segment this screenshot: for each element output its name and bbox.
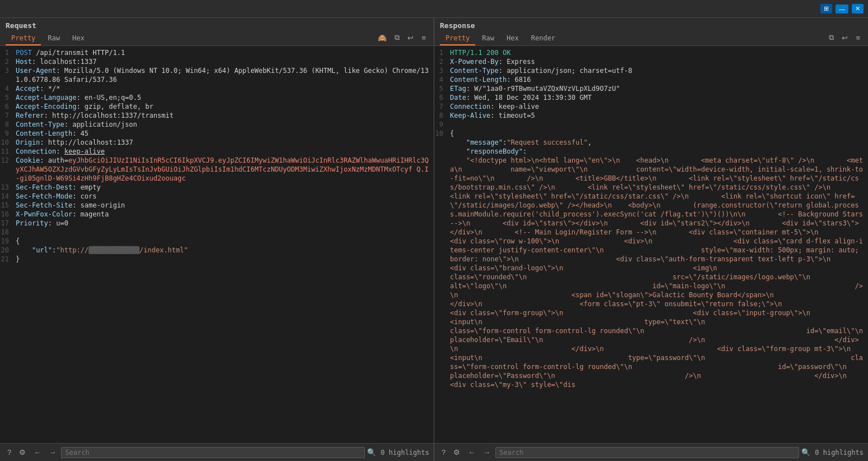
minimize-button[interactable]: — xyxy=(835,4,848,13)
request-line-3: 3 User-Agent: Mozilla/5.0 (Windows NT 10… xyxy=(0,66,434,84)
response-settings-icon[interactable]: ⚙ xyxy=(451,447,463,458)
request-line-19: 19 { xyxy=(0,237,434,246)
tab-response-hex[interactable]: Hex xyxy=(501,32,524,45)
response-more-icon[interactable]: ≡ xyxy=(853,33,862,43)
request-back-icon[interactable]: ← xyxy=(31,447,44,458)
response-tab-actions: ⧉ ↩ ≡ xyxy=(827,32,862,45)
main-panels: Request Pretty Raw Hex 🙈 ⧉ ↩ ≡ 1 POST /a… xyxy=(0,18,868,461)
request-search-input[interactable] xyxy=(61,447,365,458)
response-highlights-label: 0 highlights xyxy=(815,449,864,457)
request-panel: Request Pretty Raw Hex 🙈 ⧉ ↩ ≡ 1 POST /a… xyxy=(0,18,434,461)
request-settings-icon[interactable]: ⚙ xyxy=(16,447,29,458)
response-line-9: 9 xyxy=(434,120,868,129)
response-line-11: "message":"Request successful", xyxy=(434,138,868,147)
request-line-7: 7 Referer: http://localhost:1337/transmi… xyxy=(0,111,434,120)
request-tab-bar: Pretty Raw Hex 🙈 ⧉ ↩ ≡ xyxy=(6,32,428,45)
request-search-button[interactable]: 🔍 xyxy=(367,448,376,457)
request-copy-icon[interactable]: ⧉ xyxy=(392,32,402,43)
response-tab-bar: Pretty Raw Hex Render ⧉ ↩ ≡ xyxy=(440,32,862,45)
response-code-area: 1 HTTP/1.1 200 OK 2 X-Powered-By: Expres… xyxy=(434,46,868,443)
request-line-4: 4 Accept: */* xyxy=(0,84,434,93)
response-back-icon[interactable]: ← xyxy=(465,447,478,458)
response-help-icon[interactable]: ? xyxy=(439,447,448,458)
response-search-button[interactable]: 🔍 xyxy=(801,448,810,457)
response-line-long: "<!doctype html>\n<html lang=\"en\">\n <… xyxy=(434,156,868,389)
request-line-14: 14 Sec-Fetch-Mode: cors xyxy=(0,192,434,201)
request-tab-actions: 🙈 ⧉ ↩ ≡ xyxy=(375,32,428,45)
split-view-button[interactable]: ⊞ xyxy=(820,4,832,13)
request-forward-icon[interactable]: → xyxy=(46,447,59,458)
tab-response-raw[interactable]: Raw xyxy=(476,32,500,45)
request-line-21: 21 } xyxy=(0,255,434,264)
response-panel: Response Pretty Raw Hex Render ⧉ ↩ ≡ 1 H… xyxy=(434,18,868,461)
request-line-1: 1 POST /api/transmit HTTP/1.1 xyxy=(0,48,434,57)
tab-response-pretty[interactable]: Pretty xyxy=(440,32,475,45)
request-line-12: 12 Cookie: auth=eyJhbGciOiJIUzI1NiIsInR5… xyxy=(0,156,434,183)
top-toolbar: ⊞ — ✕ xyxy=(0,0,868,18)
response-line-7: 7 Connection: keep-alive xyxy=(434,102,868,111)
tab-request-pretty[interactable]: Pretty xyxy=(6,32,41,45)
request-title: Request xyxy=(6,21,428,32)
response-title: Response xyxy=(440,21,862,32)
response-line-5: 5 ETag: W/"1aa0-r9TBwmutaVZQxNVzVLpXLd9O… xyxy=(434,84,868,93)
request-more-icon[interactable]: ≡ xyxy=(419,33,428,43)
request-line-9: 9 Content-Length: 45 xyxy=(0,129,434,138)
tab-response-render[interactable]: Render xyxy=(526,32,561,45)
request-line-16: 16 X-PwnFox-Color: magenta xyxy=(0,210,434,219)
request-line-15: 15 Sec-Fetch-Site: same-origin xyxy=(0,201,434,210)
request-line-17: 17 Priority: u=0 xyxy=(0,219,434,228)
request-bottom-bar: ? ⚙ ← → 🔍 0 highlights xyxy=(0,443,434,461)
request-line-10: 10 Origin: http://localhost:1337 xyxy=(0,138,434,147)
response-line-1: 1 HTTP/1.1 200 OK xyxy=(434,48,868,57)
tab-request-raw[interactable]: Raw xyxy=(42,32,66,45)
request-code-area: 1 POST /api/transmit HTTP/1.1 2 Host: lo… xyxy=(0,46,434,443)
request-wrap-icon[interactable]: ↩ xyxy=(405,33,416,43)
request-eye-icon[interactable]: 🙈 xyxy=(375,33,389,43)
request-line-18: 18 xyxy=(0,228,434,237)
response-line-10: 10 { xyxy=(434,129,868,138)
response-line-3: 3 Content-Type: application/json; charse… xyxy=(434,66,868,75)
tab-request-hex[interactable]: Hex xyxy=(67,32,90,45)
response-line-8: 8 Keep-Alive: timeout=5 xyxy=(434,111,868,120)
request-line-5: 5 Accept-Language: en-US,en;q=0.5 xyxy=(0,93,434,102)
request-line-11: 11 Connection: keep-alive xyxy=(0,147,434,156)
request-line-20: 20 "url":"http://████████████/index.html… xyxy=(0,246,434,255)
response-header: Response Pretty Raw Hex Render ⧉ ↩ ≡ xyxy=(434,18,868,46)
response-forward-icon[interactable]: → xyxy=(480,447,493,458)
request-line-6: 6 Accept-Encoding: gzip, deflate, br xyxy=(0,102,434,111)
request-line-2: 2 Host: localhost:1337 xyxy=(0,57,434,66)
close-button[interactable]: ✕ xyxy=(852,4,864,13)
response-line-6: 6 Date: Wed, 18 Dec 2024 13:39:30 GMT xyxy=(434,93,868,102)
request-line-8: 8 Content-Type: application/json xyxy=(0,120,434,129)
request-header: Request Pretty Raw Hex 🙈 ⧉ ↩ ≡ xyxy=(0,18,434,46)
request-help-icon[interactable]: ? xyxy=(4,447,14,458)
response-wrap-icon[interactable]: ↩ xyxy=(839,33,850,43)
response-search-input[interactable] xyxy=(495,447,799,458)
response-bottom-bar: ? ⚙ ← → 🔍 0 highlights xyxy=(434,443,868,461)
response-line-12: "responseBody": xyxy=(434,147,868,156)
response-line-4: 4 Content-Length: 6816 xyxy=(434,75,868,84)
response-line-2: 2 X-Powered-By: Express xyxy=(434,57,868,66)
request-highlights-label: 0 highlights xyxy=(380,449,429,457)
request-line-13: 13 Sec-Fetch-Dest: empty xyxy=(0,183,434,192)
response-copy-icon[interactable]: ⧉ xyxy=(827,32,836,43)
